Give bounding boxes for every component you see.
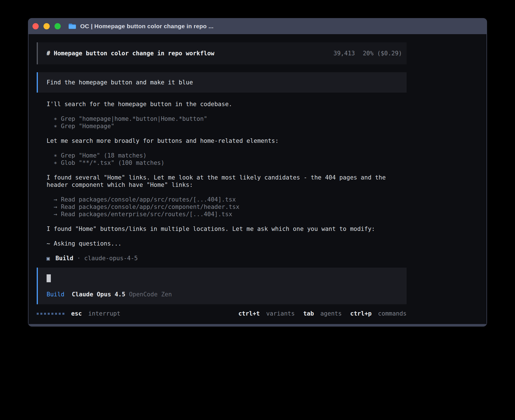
tool-call-label: Glob "**/*.tsx" (100 matches) [61, 159, 165, 167]
tool-call: ∗ Grep "Homepage" [54, 123, 407, 130]
tool-pending-icon: ∗ [54, 159, 57, 167]
read-arrow-icon: → [54, 196, 57, 203]
agent-separator: · [77, 255, 81, 262]
minimize-button[interactable] [43, 23, 50, 29]
status-bar: esc interrupt ctrl+t variants tab agents… [37, 310, 407, 317]
assistant-response: I'll search for the homepage button in t… [47, 100, 407, 262]
window-titlebar[interactable]: OC | Homepage button color change in rep… [28, 18, 487, 34]
variants-hint: ctrl+t variants [238, 310, 295, 317]
tool-call-label: Grep "homepage|home.*button|Home.*button… [61, 115, 207, 123]
provider-label: OpenCode Zen [129, 291, 172, 298]
session-header: # Homepage button color change in repo w… [37, 42, 407, 64]
commands-label: commands [378, 310, 407, 317]
prompt-input[interactable]: Build Claude Opus 4.5 OpenCode Zen [37, 268, 407, 304]
model-label: Claude Opus 4.5 [72, 291, 125, 298]
tool-call-label: Read packages/console/app/src/component/… [61, 203, 239, 211]
tool-call-label: Read packages/console/app/src/routes/[..… [61, 196, 236, 203]
terminal-window: OC | Homepage button color change in rep… [28, 18, 487, 327]
tool-call: ∗ Glob "**/*.tsx" (100 matches) [54, 159, 407, 167]
assistant-text: I'll search for the homepage button in t… [47, 100, 407, 108]
read-arrow-icon: → [54, 203, 57, 211]
tool-call: → Read packages/console/app/src/routes/[… [54, 196, 407, 203]
tool-call-label: Read packages/enterprise/src/routes/[...… [61, 211, 232, 218]
agents-label: agents [320, 310, 342, 317]
close-button[interactable] [32, 23, 39, 29]
commands-hint: ctrl+p commands [350, 310, 407, 317]
agent-status-icon: ▣ [47, 255, 50, 262]
tool-call-group: ∗ Grep "Home" (18 matches) ∗ Glob "**/*.… [54, 152, 407, 167]
status-right: ctrl+t variants tab agents ctrl+p comman… [238, 310, 407, 317]
tool-call-group: ∗ Grep "homepage|home.*button|Home.*butt… [54, 115, 407, 130]
tool-call-group: → Read packages/console/app/src/routes/[… [54, 196, 407, 218]
agent-mode-label[interactable]: Build [47, 291, 64, 298]
commands-key: ctrl+p [350, 310, 372, 317]
interrupt-key: esc [71, 310, 82, 317]
agents-hint: tab agents [303, 310, 342, 317]
tool-call: ∗ Grep "Home" (18 matches) [54, 152, 407, 159]
tool-pending-icon: ∗ [54, 123, 57, 130]
user-message-text: Find the homepage button and make it blu… [47, 79, 193, 86]
user-message: Find the homepage button and make it blu… [37, 72, 407, 93]
token-count: 39,413 [333, 50, 355, 57]
read-arrow-icon: → [54, 211, 57, 218]
tool-call: → Read packages/console/app/src/componen… [54, 203, 407, 211]
tool-call-label: Grep "Home" (18 matches) [61, 152, 147, 159]
folder-icon [68, 23, 77, 30]
progress-dots [37, 313, 64, 315]
session-title: # Homepage button color change in repo w… [47, 50, 214, 57]
tool-call: ∗ Grep "homepage|home.*button|Home.*butt… [54, 115, 407, 123]
agent-model: claude-opus-4-5 [84, 255, 138, 262]
zoom-button[interactable] [54, 23, 61, 29]
assistant-text: I found several "Home" links. Let me loo… [47, 174, 407, 189]
session-stats: 39,413 20% ($0.29) [333, 50, 402, 57]
status-left: esc interrupt [37, 310, 120, 317]
assistant-text: Let me search more broadly for buttons a… [47, 137, 407, 145]
variants-label: variants [266, 310, 295, 317]
window-controls [32, 23, 61, 29]
agent-name: Build [55, 255, 73, 262]
context-usage: 20% ($0.29) [363, 50, 402, 57]
terminal-content: # Homepage button color change in repo w… [29, 34, 486, 324]
interrupt-hint: esc interrupt [71, 310, 120, 317]
variants-key: ctrl+t [238, 310, 260, 317]
agent-badge: ▣ Build · claude-opus-4-5 [47, 255, 407, 262]
titlebar-title-group: OC | Homepage button color change in rep… [68, 23, 213, 30]
tool-call: → Read packages/enterprise/src/routes/[.… [54, 211, 407, 218]
window-title: OC | Homepage button color change in rep… [80, 23, 213, 30]
input-meta-row: Build Claude Opus 4.5 OpenCode Zen [47, 291, 407, 298]
tool-pending-icon: ∗ [54, 152, 57, 159]
assistant-text: I found "Home" buttons/links in multiple… [47, 225, 407, 233]
tool-call-label: Grep "Homepage" [61, 123, 115, 130]
working-status: ~ Asking questions... [47, 240, 407, 247]
tool-pending-icon: ∗ [54, 115, 57, 123]
agents-key: tab [303, 310, 314, 317]
interrupt-label: interrupt [88, 310, 121, 317]
text-cursor [47, 274, 51, 282]
